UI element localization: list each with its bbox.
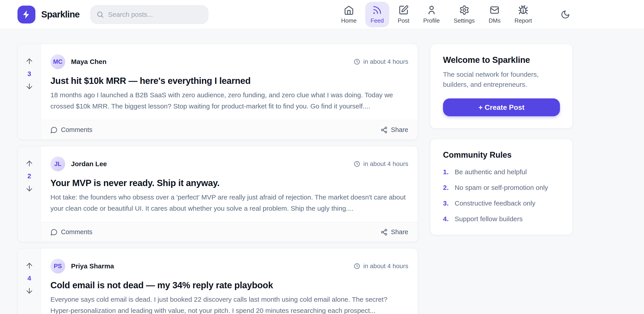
share-button[interactable]: Share [380,126,408,134]
post-card: 3 MC Maya Chen [18,44,418,140]
dark-mode-toggle[interactable] [561,10,570,19]
rule-item: 2. No spam or self-promotion only [443,184,560,191]
rule-text: Support fellow builders [455,215,523,223]
arrow-down-icon [25,184,34,193]
share-label: Share [391,126,408,134]
clock-icon [354,160,360,167]
share-label: Share [391,228,408,236]
comments-button[interactable]: Comments [50,228,92,236]
vote-count: 3 [27,70,31,78]
author-name: Priya Sharma [71,262,114,270]
post-meta: JL Jordan Lee in about 4 hours [50,157,408,171]
downvote-button[interactable] [25,287,34,295]
rule-number: 2. [443,184,455,191]
post-main: MC Maya Chen in about 4 hours Just hit $… [41,44,418,140]
timestamp: in about 4 hours [354,160,408,167]
rule-item: 1. Be authentic and helpful [443,168,560,176]
nav-item-feed[interactable]: Feed [365,2,389,27]
vote-rail: 2 [18,146,41,242]
timestamp: in about 4 hours [354,263,408,270]
rules-title: Community Rules [443,150,560,160]
comments-button[interactable]: Comments [50,126,92,134]
welcome-title: Welcome to Sparkline [443,55,560,65]
post-excerpt: 18 months ago I launched a B2B SaaS with… [50,89,408,112]
author-name: Jordan Lee [71,160,107,168]
user-icon [426,5,437,15]
feed-column: 3 MC Maya Chen [18,44,418,314]
rule-text: Be authentic and helpful [455,168,527,176]
search-bar [90,5,208,24]
post-title[interactable]: Your MVP is never ready. Ship it anyway. [50,178,408,188]
post-title[interactable]: Just hit $10k MRR — here's everything I … [50,76,408,86]
nav-label: Report [514,17,532,24]
vote-count: 4 [27,274,31,282]
share-nodes-icon [380,126,388,134]
rule-item: 4. Support fellow builders [443,215,560,223]
author-name: Maya Chen [71,58,106,66]
post-body: JL Jordan Lee in about 4 hours Your MVP … [41,146,418,222]
post-footer: Comments Share [41,222,418,242]
nav-item-report[interactable]: Report [509,2,537,27]
comment-bubble-icon [50,229,58,236]
gear-icon [459,5,470,15]
app-logo [18,5,36,23]
upvote-button[interactable] [25,159,34,168]
moon-icon [561,10,570,19]
nav-label: Profile [423,17,440,24]
timestamp-text: in about 4 hours [363,160,408,167]
share-button[interactable]: Share [380,228,408,236]
nav-item-settings[interactable]: Settings [448,2,480,27]
rule-number: 4. [443,215,455,223]
post-body: PS Priya Sharma in about 4 hours Cold em… [41,248,418,314]
top-bar: Sparkline Home Feed [0,0,644,29]
nav-label: Home [341,17,356,24]
vote-rail: 4 [18,248,41,314]
share-nodes-icon [380,229,388,236]
brand-name: Sparkline [41,9,80,19]
nav-label: Feed [370,17,384,24]
clock-icon [354,263,360,270]
main-nav: Home Feed Post [336,2,537,27]
welcome-subtitle: The social network for founders, builder… [443,69,560,89]
arrow-down-icon [25,287,34,295]
rule-number: 1. [443,168,455,176]
upvote-button[interactable] [25,57,34,66]
rule-item: 3. Constructive feedback only [443,199,560,207]
post-footer: Comments Share [41,120,418,140]
search-input[interactable] [108,11,202,18]
brand[interactable]: Sparkline [18,5,80,23]
rule-text: No spam or self-promotion only [455,184,548,191]
downvote-button[interactable] [25,184,34,193]
rule-number: 3. [443,199,455,207]
post-meta: MC Maya Chen in about 4 hours [50,54,408,69]
sidebar: Welcome to Sparkline The social network … [430,44,573,314]
edit-square-icon [398,5,409,15]
nav-item-post[interactable]: Post [392,2,415,27]
post-body: MC Maya Chen in about 4 hours Just hit $… [41,44,418,120]
downvote-button[interactable] [25,82,34,91]
post-excerpt: Everyone says cold email is dead. I just… [50,294,408,314]
rules-list: 1. Be authentic and helpful 2. No spam o… [443,168,560,223]
upvote-button[interactable] [25,261,34,270]
timestamp-text: in about 4 hours [363,58,408,65]
post-meta: PS Priya Sharma in about 4 hours [50,259,408,274]
post-excerpt: Hot take: the founders who obsess over a… [50,192,408,214]
comments-label: Comments [61,126,92,134]
nav-label: DMs [489,17,500,24]
comments-label: Comments [61,228,92,236]
community-rules-card: Community Rules 1. Be authentic and help… [430,139,573,235]
home-icon [344,5,354,15]
page-content: 3 MC Maya Chen [0,29,644,314]
nav-item-home[interactable]: Home [336,2,362,27]
create-post-button[interactable]: + Create Post [443,98,560,116]
nav-label: Post [398,17,410,24]
post-main: PS Priya Sharma in about 4 hours Cold em… [41,248,418,314]
avatar: PS [50,259,65,274]
nav-item-dms[interactable]: DMs [483,2,506,27]
nav-item-profile[interactable]: Profile [418,2,445,27]
rss-icon [372,5,382,15]
arrow-up-icon [25,159,34,168]
avatar: JL [50,157,65,171]
lightning-bolt-icon [22,10,31,19]
post-title[interactable]: Cold email is not dead — my 34% reply ra… [50,280,408,290]
